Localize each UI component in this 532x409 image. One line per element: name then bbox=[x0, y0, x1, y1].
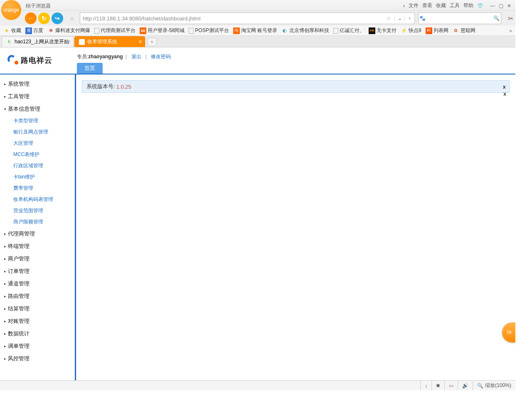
version-label: 系统版本号: bbox=[86, 83, 115, 90]
search-box[interactable]: 🐾 🔍 bbox=[418, 12, 501, 24]
browser-tab-active[interactable]: ▫ 收单管理系统 ✕ bbox=[74, 36, 145, 47]
status-devices-icon[interactable]: ▭ bbox=[444, 381, 458, 390]
bookmark-star-icon[interactable]: ☆ bbox=[383, 15, 394, 21]
sidebar-subitem[interactable]: 行政区域管理 bbox=[12, 160, 75, 171]
bookmark-item[interactable]: FR无卡支付 bbox=[369, 27, 397, 34]
sidebar-item-label: 订单管理 bbox=[8, 268, 30, 275]
search-engine-icon[interactable]: 🐾 bbox=[419, 15, 426, 21]
triangle-right-icon: ▸ bbox=[4, 269, 6, 273]
status-sound-icon[interactable]: 🔊 bbox=[458, 381, 473, 390]
logout-link[interactable]: 退出 bbox=[131, 54, 141, 59]
bookmarks-more-icon[interactable]: » bbox=[509, 28, 512, 34]
sidebar-item[interactable]: ▸调单管理 bbox=[0, 340, 75, 352]
browser-nav-toolbar: ← ↻ ↪ ⌂ ☆ ⌄ › 🐾 🔍 ✂ bbox=[0, 11, 515, 26]
sidebar-item[interactable]: ▾基本信息管理 bbox=[0, 103, 75, 115]
bookmark-item[interactable]: ❋爆料迷支付网爆 bbox=[47, 27, 90, 34]
sidebar-item-label: 基本信息管理 bbox=[8, 105, 40, 113]
window-maximize-icon[interactable]: ▢ bbox=[498, 3, 504, 9]
close-secondary-icon[interactable]: x bbox=[503, 91, 506, 97]
sidebar-item[interactable]: ▸订单管理 bbox=[0, 265, 75, 278]
browser-top-menu: › 文件 查看 收藏 工具 帮助 👕 — ▢ ✕ bbox=[403, 2, 512, 9]
window-minimize-icon[interactable]: — bbox=[490, 3, 495, 9]
browser-logo[interactable]: orange bbox=[1, 0, 21, 20]
sidebar-item-label: 对账管理 bbox=[8, 317, 30, 325]
bookmark-item[interactable]: ◐北京博创厚和科技 bbox=[281, 27, 329, 34]
browser-tab[interactable]: h hao123_上网从这里开始 ✕ bbox=[2, 36, 74, 47]
menu-help[interactable]: 帮助 bbox=[463, 2, 473, 9]
user-info: 专员:zhaoyangyang | 退出 | 修改密码 bbox=[77, 53, 172, 60]
sidebar-item[interactable]: ▸结算管理 bbox=[0, 302, 75, 315]
address-go-icon[interactable]: › bbox=[404, 15, 414, 21]
sidebar-item[interactable]: ▸终端管理 bbox=[0, 240, 75, 253]
status-settings-icon[interactable]: ✱ bbox=[431, 381, 444, 390]
bookmark-item[interactable]: 58用户登录-58同城 bbox=[140, 27, 185, 34]
triangle-right-icon: ▸ bbox=[4, 82, 6, 86]
skin-icon[interactable]: 👕 bbox=[477, 3, 483, 9]
nav-refresh-button[interactable]: ↻ bbox=[38, 12, 50, 24]
address-bar[interactable]: ☆ ⌄ › bbox=[80, 12, 415, 24]
status-bar: ↓ ✱ ▭ 🔊 🔍 缩放(100%) bbox=[0, 380, 515, 390]
sidebar-item[interactable]: ▸工具管理 bbox=[0, 90, 75, 103]
bookmark-fav-label: 收藏 bbox=[11, 27, 21, 34]
sidebar-item[interactable]: ▸风控管理 bbox=[0, 352, 75, 365]
sidebar-item[interactable]: ▸通道管理 bbox=[0, 278, 75, 290]
bookmark-item[interactable]: 代理商测试平台 bbox=[94, 27, 135, 34]
menu-file[interactable]: 文件 bbox=[409, 2, 419, 9]
menu-favorites[interactable]: 收藏 bbox=[436, 2, 446, 9]
sidebar-item[interactable]: ▸代理商管理 bbox=[0, 228, 75, 240]
sidebar-subitem[interactable]: 卡类型管理 bbox=[12, 115, 75, 126]
status-download-icon[interactable]: ↓ bbox=[420, 381, 431, 390]
sidebar-item-label: 调单管理 bbox=[8, 342, 30, 350]
triangle-right-icon: ▸ bbox=[4, 282, 6, 286]
sidebar-item[interactable]: ▸数据统计 bbox=[0, 327, 75, 340]
bookmark-item[interactable]: 度百度 bbox=[25, 27, 43, 34]
change-password-link[interactable]: 修改密码 bbox=[151, 54, 171, 59]
sidebar-subitem[interactable]: 卡bin维护 bbox=[12, 171, 75, 183]
bookmark-item[interactable]: ✿慧聪网 bbox=[453, 27, 475, 34]
close-message-icon[interactable]: x bbox=[503, 84, 506, 90]
tab-close-icon[interactable]: ✕ bbox=[67, 39, 71, 45]
menu-view[interactable]: 查看 bbox=[422, 2, 432, 9]
sidebar-subitem[interactable]: 大区管理 bbox=[12, 138, 75, 149]
address-dropdown-icon[interactable]: ⌄ bbox=[394, 15, 404, 21]
sidebar-item[interactable]: ▸路由管理 bbox=[0, 290, 75, 302]
bookmark-item[interactable]: 列列表网 bbox=[426, 27, 448, 34]
sidebar-subitem[interactable]: 商户限额管理 bbox=[12, 216, 75, 228]
nav-forward-button[interactable]: ↪ bbox=[52, 12, 63, 24]
search-input[interactable] bbox=[426, 15, 492, 21]
bookmark-item[interactable]: 亿诚汇付、 bbox=[333, 27, 365, 34]
app-home-tab[interactable]: 首页 bbox=[77, 63, 103, 74]
sidebar-item[interactable]: ▸系统管理 bbox=[0, 78, 75, 90]
tab-close-icon[interactable]: ✕ bbox=[138, 39, 142, 45]
status-zoom[interactable]: 🔍 缩放(100%) bbox=[473, 381, 515, 390]
new-tab-button[interactable]: + bbox=[148, 38, 157, 46]
address-input[interactable] bbox=[80, 15, 383, 22]
screenshot-icon[interactable]: ✂ bbox=[505, 15, 515, 22]
sidebar-subitem[interactable]: 银行及网点管理 bbox=[12, 126, 75, 138]
version-message-bar: 系统版本号: 1.0.25 x bbox=[82, 80, 510, 93]
bookmark-fav[interactable]: ★收藏 bbox=[3, 27, 21, 34]
home-icon[interactable]: ⌂ bbox=[67, 14, 76, 23]
sidebar-item[interactable]: ▸对账管理 bbox=[0, 315, 75, 327]
tab-favicon: ▫ bbox=[79, 39, 85, 45]
tab-favicon: h bbox=[6, 39, 12, 45]
sidebar-subitem[interactable]: 收单机构码表管理 bbox=[12, 194, 75, 205]
bookmark-item[interactable]: POSP测试平台 bbox=[189, 27, 229, 34]
browser-tabs: h hao123_上网从这里开始 ✕ ▫ 收单管理系统 ✕ + bbox=[0, 36, 515, 47]
sidebar-item[interactable]: ▸商户管理 bbox=[0, 253, 75, 265]
user-role-label: 专员: bbox=[77, 54, 88, 59]
menu-chevron[interactable]: › bbox=[403, 3, 405, 9]
sidebar-item-label: 工具管理 bbox=[8, 93, 30, 100]
username: zhaoyangyang bbox=[88, 54, 123, 59]
window-close-icon[interactable]: ✕ bbox=[506, 3, 512, 9]
bookmark-item[interactable]: ⚡快点8 bbox=[401, 27, 421, 34]
bookmarks-bar: ★收藏 度百度 ❋爆料迷支付网爆 代理商测试平台 58用户登录-58同城 POS… bbox=[0, 26, 515, 36]
nav-back-button[interactable]: ← bbox=[25, 12, 37, 24]
search-go-icon[interactable]: 🔍 bbox=[492, 15, 501, 21]
sidebar-subitem[interactable]: 营业范围管理 bbox=[12, 205, 75, 216]
bookmark-item[interactable]: 淘淘宝网 账号登录 bbox=[233, 27, 277, 34]
sidebar-item-label: 终端管理 bbox=[8, 243, 30, 250]
sidebar-subitem[interactable]: 费率管理 bbox=[12, 183, 75, 194]
menu-tools[interactable]: 工具 bbox=[450, 2, 460, 9]
sidebar-subitem[interactable]: MCC表维护 bbox=[12, 149, 75, 160]
